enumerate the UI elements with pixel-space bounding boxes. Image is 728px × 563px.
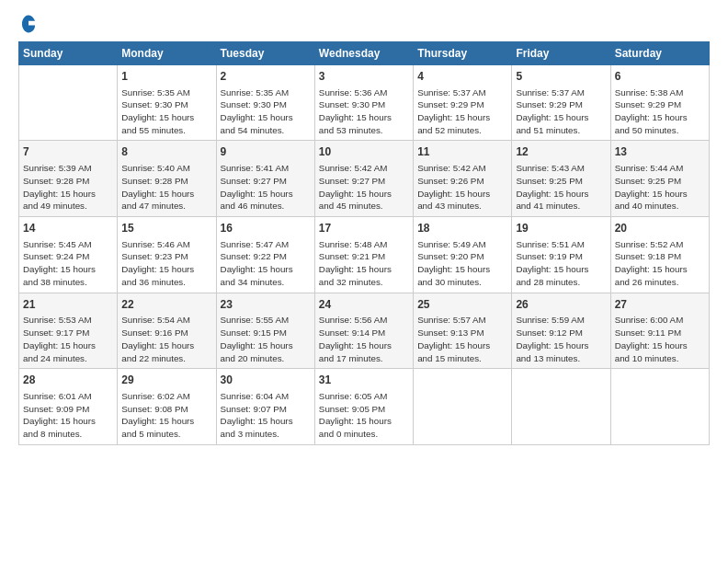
day-cell: 18Sunrise: 5:49 AMSunset: 9:20 PMDayligh… — [414, 216, 512, 293]
header-cell-saturday: Saturday — [610, 41, 709, 64]
day-cell: 6Sunrise: 5:38 AMSunset: 9:29 PMDaylight… — [610, 64, 709, 141]
day-cell: 17Sunrise: 5:48 AMSunset: 9:21 PMDayligh… — [314, 216, 413, 293]
day-cell: 14Sunrise: 5:45 AMSunset: 9:24 PMDayligh… — [19, 216, 118, 293]
day-cell: 11Sunrise: 5:42 AMSunset: 9:26 PMDayligh… — [414, 141, 512, 217]
header-cell-wednesday: Wednesday — [314, 41, 413, 64]
day-content: Sunrise: 5:52 AMSunset: 9:18 PMDaylight:… — [615, 238, 705, 289]
day-cell: 20Sunrise: 5:52 AMSunset: 9:18 PMDayligh… — [610, 216, 709, 293]
day-cell: 5Sunrise: 5:37 AMSunset: 9:29 PMDaylight… — [512, 64, 610, 141]
day-cell: 19Sunrise: 5:51 AMSunset: 9:19 PMDayligh… — [512, 216, 610, 293]
day-number: 2 — [221, 69, 311, 85]
day-number: 23 — [221, 297, 311, 313]
week-row-3: 14Sunrise: 5:45 AMSunset: 9:24 PMDayligh… — [19, 216, 710, 293]
day-content: Sunrise: 5:49 AMSunset: 9:20 PMDaylight:… — [417, 238, 507, 289]
day-cell: 2Sunrise: 5:35 AMSunset: 9:30 PMDaylight… — [216, 64, 314, 141]
day-cell — [414, 369, 512, 445]
day-cell: 21Sunrise: 5:53 AMSunset: 9:17 PMDayligh… — [19, 293, 118, 369]
day-content: Sunrise: 5:38 AMSunset: 9:29 PMDaylight:… — [615, 86, 705, 137]
day-content: Sunrise: 5:39 AMSunset: 9:28 PMDaylight:… — [23, 162, 113, 213]
day-content: Sunrise: 5:54 AMSunset: 9:16 PMDaylight:… — [121, 314, 211, 364]
day-content: Sunrise: 5:43 AMSunset: 9:25 PMDaylight:… — [516, 162, 606, 213]
day-cell: 15Sunrise: 5:46 AMSunset: 9:23 PMDayligh… — [118, 216, 216, 293]
day-number: 5 — [516, 69, 606, 85]
day-number: 7 — [23, 144, 113, 160]
day-cell: 3Sunrise: 5:36 AMSunset: 9:30 PMDaylight… — [314, 64, 413, 141]
day-number: 22 — [121, 297, 211, 313]
header-cell-sunday: Sunday — [19, 41, 118, 64]
day-number: 15 — [121, 221, 211, 236]
day-number: 20 — [615, 221, 705, 236]
calendar-table: SundayMondayTuesdayWednesdayThursdayFrid… — [18, 41, 710, 445]
day-content: Sunrise: 5:35 AMSunset: 9:30 PMDaylight:… — [121, 86, 211, 137]
day-cell: 23Sunrise: 5:55 AMSunset: 9:15 PMDayligh… — [216, 293, 314, 369]
day-number: 29 — [121, 373, 211, 388]
day-number: 28 — [23, 373, 113, 388]
day-number: 10 — [319, 144, 409, 160]
day-number: 19 — [516, 221, 606, 236]
day-cell: 4Sunrise: 5:37 AMSunset: 9:29 PMDaylight… — [414, 64, 512, 141]
day-cell: 25Sunrise: 5:57 AMSunset: 9:13 PMDayligh… — [414, 293, 512, 369]
header-cell-thursday: Thursday — [414, 41, 512, 64]
day-number: 3 — [319, 69, 409, 85]
day-cell: 22Sunrise: 5:54 AMSunset: 9:16 PMDayligh… — [118, 293, 216, 369]
day-cell: 16Sunrise: 5:47 AMSunset: 9:22 PMDayligh… — [216, 216, 314, 293]
day-number: 24 — [319, 297, 409, 313]
day-cell — [610, 369, 709, 445]
day-number: 11 — [417, 144, 507, 160]
header-cell-tuesday: Tuesday — [216, 41, 314, 64]
day-cell: 13Sunrise: 5:44 AMSunset: 9:25 PMDayligh… — [610, 141, 709, 217]
day-content: Sunrise: 5:41 AMSunset: 9:27 PMDaylight:… — [221, 162, 311, 213]
day-number: 16 — [221, 221, 311, 236]
day-cell: 28Sunrise: 6:01 AMSunset: 9:09 PMDayligh… — [19, 369, 118, 445]
day-cell: 10Sunrise: 5:42 AMSunset: 9:27 PMDayligh… — [314, 141, 413, 217]
day-content: Sunrise: 5:51 AMSunset: 9:19 PMDaylight:… — [516, 238, 606, 289]
week-row-4: 21Sunrise: 5:53 AMSunset: 9:17 PMDayligh… — [19, 293, 710, 369]
day-content: Sunrise: 5:40 AMSunset: 9:28 PMDaylight:… — [121, 162, 211, 213]
day-cell: 26Sunrise: 5:59 AMSunset: 9:12 PMDayligh… — [512, 293, 610, 369]
day-content: Sunrise: 5:46 AMSunset: 9:23 PMDaylight:… — [121, 238, 211, 289]
day-number: 31 — [319, 373, 409, 388]
week-row-2: 7Sunrise: 5:39 AMSunset: 9:28 PMDaylight… — [19, 141, 710, 217]
day-number: 9 — [221, 144, 311, 160]
day-content: Sunrise: 5:42 AMSunset: 9:27 PMDaylight:… — [319, 162, 409, 213]
day-cell: 24Sunrise: 5:56 AMSunset: 9:14 PMDayligh… — [314, 293, 413, 369]
day-cell: 7Sunrise: 5:39 AMSunset: 9:28 PMDaylight… — [19, 141, 118, 217]
day-content: Sunrise: 5:47 AMSunset: 9:22 PMDaylight:… — [221, 238, 311, 289]
day-cell: 27Sunrise: 6:00 AMSunset: 9:11 PMDayligh… — [610, 293, 709, 369]
day-content: Sunrise: 5:42 AMSunset: 9:26 PMDaylight:… — [417, 162, 507, 213]
page: SundayMondayTuesdayWednesdayThursdayFrid… — [0, 0, 728, 563]
day-number: 18 — [417, 221, 507, 236]
day-content: Sunrise: 5:57 AMSunset: 9:13 PMDaylight:… — [417, 314, 507, 364]
day-content: Sunrise: 5:48 AMSunset: 9:21 PMDaylight:… — [319, 238, 409, 289]
day-number: 27 — [615, 297, 705, 313]
day-content: Sunrise: 5:44 AMSunset: 9:25 PMDaylight:… — [615, 162, 705, 213]
day-cell: 8Sunrise: 5:40 AMSunset: 9:28 PMDaylight… — [118, 141, 216, 217]
day-number: 1 — [121, 69, 211, 85]
day-number: 6 — [615, 69, 705, 85]
day-cell — [19, 64, 118, 141]
day-number: 13 — [615, 144, 705, 160]
day-number: 8 — [121, 144, 211, 160]
day-content: Sunrise: 5:59 AMSunset: 9:12 PMDaylight:… — [516, 314, 606, 364]
day-number: 4 — [417, 69, 507, 85]
day-content: Sunrise: 5:53 AMSunset: 9:17 PMDaylight:… — [23, 314, 113, 364]
day-content: Sunrise: 6:02 AMSunset: 9:08 PMDaylight:… — [121, 390, 211, 441]
day-cell: 9Sunrise: 5:41 AMSunset: 9:27 PMDaylight… — [216, 141, 314, 217]
day-content: Sunrise: 5:37 AMSunset: 9:29 PMDaylight:… — [417, 86, 507, 137]
day-cell: 30Sunrise: 6:04 AMSunset: 9:07 PMDayligh… — [216, 369, 314, 445]
day-content: Sunrise: 6:04 AMSunset: 9:07 PMDaylight:… — [221, 390, 311, 441]
header — [18, 15, 710, 34]
day-content: Sunrise: 5:36 AMSunset: 9:30 PMDaylight:… — [319, 86, 409, 137]
header-cell-monday: Monday — [118, 41, 216, 64]
day-content: Sunrise: 5:35 AMSunset: 9:30 PMDaylight:… — [221, 86, 311, 137]
header-row: SundayMondayTuesdayWednesdayThursdayFrid… — [19, 41, 710, 64]
day-number: 12 — [516, 144, 606, 160]
day-number: 30 — [221, 373, 311, 388]
logo — [18, 15, 40, 34]
day-number: 14 — [23, 221, 113, 236]
day-content: Sunrise: 6:00 AMSunset: 9:11 PMDaylight:… — [615, 314, 705, 364]
day-number: 21 — [23, 297, 113, 313]
day-content: Sunrise: 6:05 AMSunset: 9:05 PMDaylight:… — [319, 390, 409, 441]
logo-icon — [20, 14, 37, 34]
day-content: Sunrise: 5:55 AMSunset: 9:15 PMDaylight:… — [221, 314, 311, 364]
